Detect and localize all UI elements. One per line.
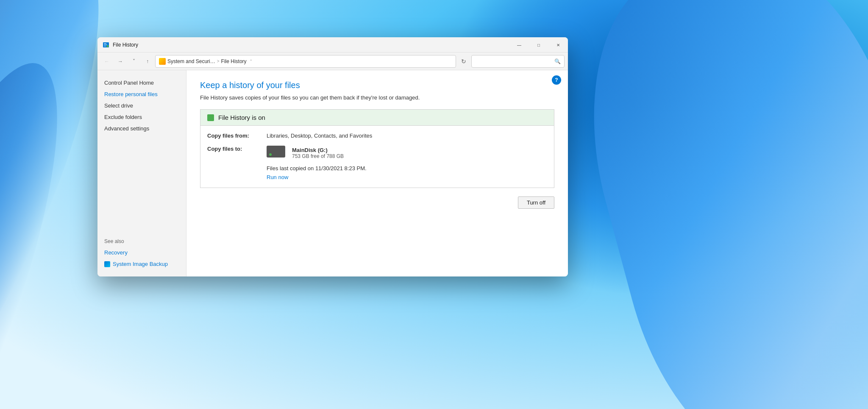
status-body: Copy files from: Libraries, Desktop, Con… xyxy=(200,126,554,188)
action-bar: Turn off xyxy=(200,196,554,209)
turn-off-button[interactable]: Turn off xyxy=(518,196,554,209)
sidebar-item-control-panel-home[interactable]: Control Panel Home xyxy=(97,77,186,88)
svg-rect-2 xyxy=(104,44,107,45)
sidebar-item-select-drive[interactable]: Select drive xyxy=(97,100,186,111)
sidebar: Control Panel Home Restore personal file… xyxy=(97,70,186,276)
svg-rect-1 xyxy=(104,43,106,44)
page-title: Keep a history of your files xyxy=(200,80,554,90)
windows-logo-icon xyxy=(104,261,110,267)
copy-files-from-row: Copy files from: Libraries, Desktop, Con… xyxy=(207,133,547,139)
svg-point-4 xyxy=(107,45,109,47)
breadcrumb-folder-icon xyxy=(159,58,166,65)
status-on-indicator xyxy=(207,114,214,121)
help-button[interactable]: ? xyxy=(552,75,561,85)
window-controls: — □ ✕ xyxy=(509,37,568,52)
maximize-button[interactable]: □ xyxy=(529,37,548,53)
copy-files-from-value: Libraries, Desktop, Contacts, and Favori… xyxy=(267,133,372,139)
breadcrumb-bar[interactable]: System and Securi… > File History ˅ xyxy=(155,55,456,68)
breadcrumb-separator: > xyxy=(217,59,220,64)
drive-info: MainDisk (G:) 753 GB free of 788 GB xyxy=(267,146,344,160)
close-button[interactable]: ✕ xyxy=(548,37,568,53)
sidebar-link-system-image-backup[interactable]: System Image Backup xyxy=(97,258,186,270)
search-icon: 🔍 xyxy=(554,58,561,64)
drive-icon-body xyxy=(267,146,285,158)
refresh-button[interactable]: ↻ xyxy=(458,55,470,67)
minimize-button[interactable]: — xyxy=(509,37,529,53)
breadcrumb-part1: System and Securi… xyxy=(167,58,215,64)
copy-files-from-label: Copy files from: xyxy=(207,133,267,139)
dropdown-button[interactable]: ˅ xyxy=(128,55,140,67)
status-title: File History is on xyxy=(218,114,265,121)
drive-size: 753 GB free of 788 GB xyxy=(292,153,344,159)
sidebar-item-restore-personal-files[interactable]: Restore personal files xyxy=(97,88,186,100)
page-description: File History saves copies of your files … xyxy=(200,94,554,101)
window-title: File History xyxy=(113,42,509,48)
copy-files-to-row: Copy files to: MainDisk (G:) 753 GB free… xyxy=(207,146,547,160)
drive-name: MainDisk (G:) xyxy=(292,147,344,153)
svg-rect-3 xyxy=(104,46,106,47)
up-button[interactable]: ↑ xyxy=(142,55,153,67)
addressbar: ← → ˅ ↑ System and Securi… > File Histor… xyxy=(97,53,568,70)
sidebar-link-recovery[interactable]: Recovery xyxy=(97,247,186,258)
copy-files-to-label: Copy files to: xyxy=(207,146,267,160)
sidebar-spacer xyxy=(97,134,186,236)
main-content: Control Panel Home Restore personal file… xyxy=(97,70,568,276)
forward-button[interactable]: → xyxy=(114,55,126,67)
status-box: File History is on Copy files from: Libr… xyxy=(200,109,554,188)
last-copied-section: Files last copied on 11/30/2021 8:23 PM.… xyxy=(267,165,547,181)
sidebar-item-advanced-settings[interactable]: Advanced settings xyxy=(97,123,186,134)
titlebar: File History — □ ✕ xyxy=(97,37,568,53)
content-panel: ? Keep a history of your files File Hist… xyxy=(186,70,568,276)
see-also-label: See also xyxy=(97,236,186,247)
last-copied-text: Files last copied on 11/30/2021 8:23 PM. xyxy=(267,165,547,171)
drive-icon xyxy=(267,146,286,160)
drive-details: MainDisk (G:) 753 GB free of 788 GB xyxy=(292,147,344,159)
file-history-window: File History — □ ✕ ← → ˅ ↑ System and Se… xyxy=(97,37,568,276)
breadcrumb-part2: File History xyxy=(221,58,247,64)
breadcrumb-chevron-icon[interactable]: ˅ xyxy=(250,59,252,64)
app-icon xyxy=(103,41,109,48)
sidebar-item-exclude-folders[interactable]: Exclude folders xyxy=(97,111,186,123)
status-header: File History is on xyxy=(200,110,554,126)
back-button[interactable]: ← xyxy=(101,55,113,67)
search-bar[interactable]: 🔍 xyxy=(471,55,565,68)
run-now-link[interactable]: Run now xyxy=(267,174,288,180)
